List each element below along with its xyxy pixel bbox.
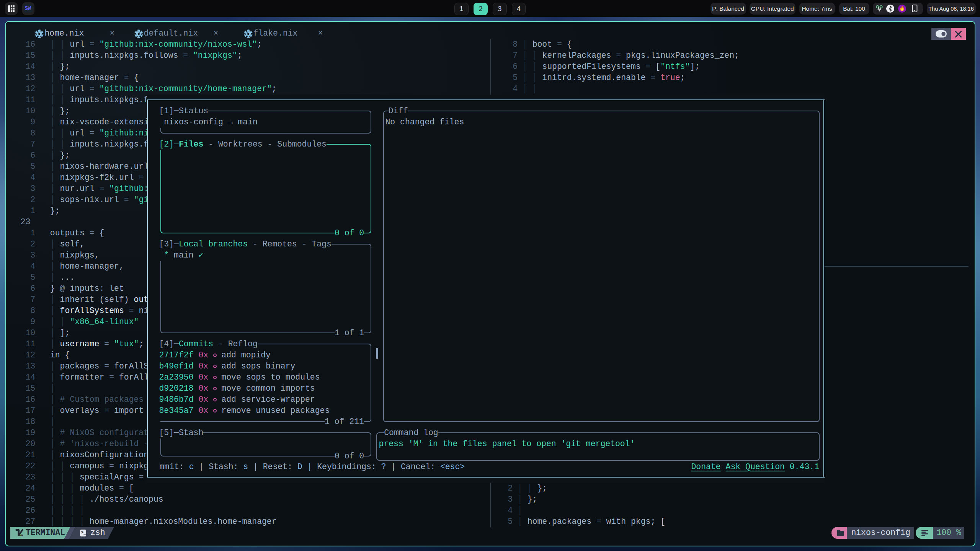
svg-text:im: im xyxy=(20,533,23,537)
